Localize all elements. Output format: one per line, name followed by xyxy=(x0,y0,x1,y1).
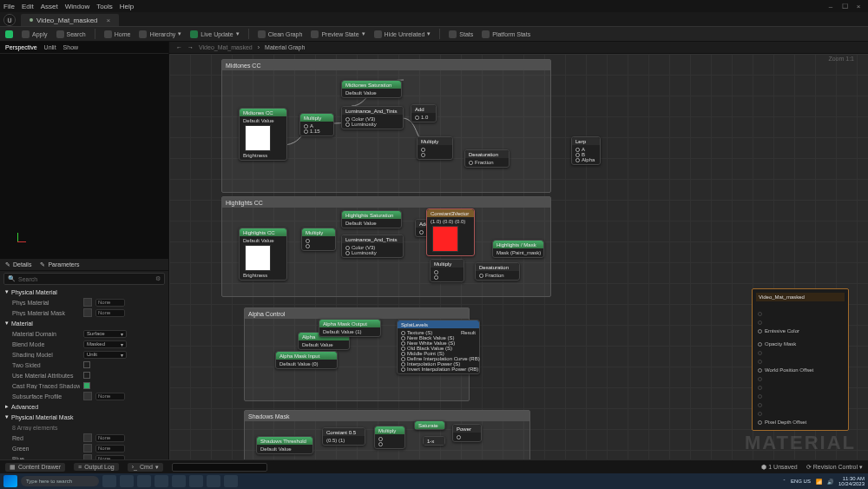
menu-file[interactable]: File xyxy=(3,3,15,10)
node-saturate[interactable]: Saturate xyxy=(414,420,445,430)
tab-close-icon[interactable]: × xyxy=(107,17,111,24)
node-multiply[interactable]: Multiply xyxy=(301,228,336,251)
tab-parameters[interactable]: ✎ Parameters xyxy=(40,261,79,268)
clean-graph-button[interactable]: Clean Graph xyxy=(258,30,303,38)
cat-physical-material[interactable]: ▾ Physical Material xyxy=(0,287,168,297)
menu-window[interactable]: Window xyxy=(65,3,89,10)
use-mat-attr-checkbox[interactable] xyxy=(83,372,90,379)
asset-thumb-icon[interactable] xyxy=(83,308,92,317)
hide-unrelated-toggle[interactable]: Hide Unrelated▾ xyxy=(374,30,431,38)
tray-clock[interactable]: 11:30 AM10/24/2023 xyxy=(838,476,865,486)
viewport-tab-show[interactable]: Show xyxy=(63,44,79,50)
node-power[interactable]: Power xyxy=(452,424,482,442)
crumb-leaf[interactable]: Material Graph xyxy=(265,44,305,50)
tab-details[interactable]: ✎ Details xyxy=(5,261,31,268)
swatch-white-icon[interactable] xyxy=(245,125,271,151)
crumb-root[interactable]: Video_Mat_masked xyxy=(199,44,253,50)
material-graph[interactable]: Zoom 1:1 MATERIAL xyxy=(169,54,868,459)
tray-wifi-icon[interactable]: 📶 xyxy=(816,479,822,485)
tray-chevron-icon[interactable]: ˄ xyxy=(783,479,786,485)
menu-asset[interactable]: Asset xyxy=(41,3,58,10)
viewport-tab-perspective[interactable]: Perspective xyxy=(5,44,37,50)
nav-fwd-icon[interactable]: → xyxy=(187,44,194,50)
node-highlights-mask[interactable]: Highlights / Mask Mask (Paint_mask) xyxy=(492,240,544,258)
asset-thumb-icon[interactable] xyxy=(83,392,92,400)
start-button[interactable] xyxy=(3,475,17,487)
revision-control-button[interactable]: ⟳ Revision Control ▾ xyxy=(806,464,863,471)
settings-gear-icon[interactable]: ⚙ xyxy=(155,275,161,282)
menu-help[interactable]: Help xyxy=(120,3,134,10)
group-title[interactable]: Shadows Mask xyxy=(245,411,529,421)
cmd-button[interactable]: ›_Cmd▾ xyxy=(128,463,163,472)
taskbar-app[interactable] xyxy=(189,475,203,487)
node-1mx[interactable]: 1-x xyxy=(423,436,445,446)
menu-edit[interactable]: Edit xyxy=(22,3,34,10)
node-alpha-mask-output[interactable]: Alpha Mask Output Default Value (1) xyxy=(319,319,381,337)
apply-button[interactable]: Apply xyxy=(22,30,48,38)
cat-phys-material-mask[interactable]: ▾ Physical Material Mask xyxy=(0,412,168,422)
node-multiply[interactable]: Multiply xyxy=(374,426,405,449)
node-multiply[interactable]: Multiply xyxy=(430,259,464,282)
asset-value[interactable]: None xyxy=(95,434,125,442)
blend-mode-dropdown[interactable]: Masked▾ xyxy=(83,340,127,348)
output-pixel-depth[interactable]: Pixel Depth Offset xyxy=(756,418,845,426)
details-search[interactable]: 🔍Search⚙ xyxy=(3,273,165,285)
node-luminance-tints[interactable]: Luminance_And_Tints Color (V3)Luminosity xyxy=(341,106,404,129)
node-lerp[interactable]: Lerp ABAlpha xyxy=(571,136,601,165)
output-emissive[interactable]: Emissive Color xyxy=(756,327,845,335)
output-opacity-mask[interactable]: Opacity Mask xyxy=(756,340,845,348)
asset-value[interactable]: None xyxy=(95,393,125,400)
node-multiply[interactable]: Multiply A1.15 xyxy=(299,113,334,136)
group-title[interactable]: Alpha Control xyxy=(245,308,469,319)
asset-thumb-icon[interactable] xyxy=(83,444,92,453)
shading-model-dropdown[interactable]: Unlit▾ xyxy=(83,351,127,359)
node-desaturation[interactable]: Desaturation Fraction xyxy=(464,149,510,168)
node-highlights-cc[interactable]: Highlights CC Default ValueBrightness xyxy=(239,228,287,281)
preview-state-button[interactable]: Preview State▾ xyxy=(311,30,365,38)
asset-value[interactable]: None xyxy=(95,445,125,453)
material-domain-dropdown[interactable]: Surface▾ xyxy=(83,330,127,338)
node-shadows-threshold[interactable]: Shadows Threshold Default Value xyxy=(256,436,313,454)
taskbar-app[interactable] xyxy=(120,475,134,487)
tray-lang[interactable]: ENG US xyxy=(791,479,811,484)
group-title[interactable]: Midtones CC xyxy=(222,60,550,70)
viewport-tab-unlit[interactable]: Unlit xyxy=(44,44,56,50)
node-midtones-cc[interactable]: Midtones CC Default ValueBrightness xyxy=(239,108,287,161)
taskbar-app[interactable] xyxy=(172,475,186,487)
swatch-white-icon[interactable] xyxy=(245,245,271,271)
minimise-icon[interactable]: – xyxy=(826,2,835,10)
platform-stats-button[interactable]: Platform Stats xyxy=(482,30,530,38)
unsaved-button[interactable]: ⬢ 1 Unsaved xyxy=(761,464,797,471)
output-log-button[interactable]: ≡Output Log xyxy=(74,463,119,471)
hierarchy-button[interactable]: Hierarchy▾ xyxy=(139,30,181,38)
group-title[interactable]: Highlights CC xyxy=(222,197,550,208)
node-const3vector[interactable]: Constant3Vector (1.0) (0.0) (0.0) xyxy=(426,208,475,256)
two-sided-checkbox[interactable] xyxy=(83,361,90,368)
nav-back-icon[interactable]: ← xyxy=(176,44,182,50)
cat-material[interactable]: ▾ Material xyxy=(0,318,168,328)
swatch-red-icon[interactable] xyxy=(432,226,458,252)
taskbar-app[interactable] xyxy=(137,475,151,487)
asset-thumb-icon[interactable] xyxy=(83,433,92,442)
node-luminance-tints[interactable]: Luminance_And_Tints Color (V3)Luminosity xyxy=(341,235,404,258)
node-desaturation[interactable]: Desaturation Fraction xyxy=(475,262,520,281)
asset-value[interactable]: None xyxy=(95,299,125,307)
output-wpo[interactable]: World Position Offset xyxy=(756,366,845,374)
advanced-toggle[interactable]: ▸ Advanced xyxy=(0,401,168,412)
search-button[interactable]: Search xyxy=(56,30,86,38)
material-outputs-panel[interactable]: Video_Mat_masked Emissive Color Opacity … xyxy=(752,288,849,431)
content-drawer-button[interactable]: ▦Content Drawer xyxy=(5,463,65,472)
close-icon[interactable]: × xyxy=(854,2,863,10)
node-splatlevels[interactable]: SplatLevels Texture (S)Result New Black … xyxy=(397,320,480,374)
home-button[interactable]: Home xyxy=(104,30,131,38)
asset-value[interactable]: None xyxy=(95,309,125,317)
taskbar-app[interactable] xyxy=(155,475,168,487)
taskbar-app[interactable] xyxy=(102,475,116,487)
maximise-icon[interactable]: ☐ xyxy=(840,2,849,10)
node-add[interactable]: Add 1.0 xyxy=(411,104,437,122)
node-alpha-mask-input[interactable]: Alpha Mask Input Default Value (0) xyxy=(275,351,338,369)
menu-tools[interactable]: Tools xyxy=(96,3,113,10)
cast-rt-shadows-checkbox[interactable] xyxy=(83,382,90,389)
stats-button[interactable]: Stats xyxy=(449,30,473,38)
node-multiply[interactable]: Multiply xyxy=(417,136,453,160)
